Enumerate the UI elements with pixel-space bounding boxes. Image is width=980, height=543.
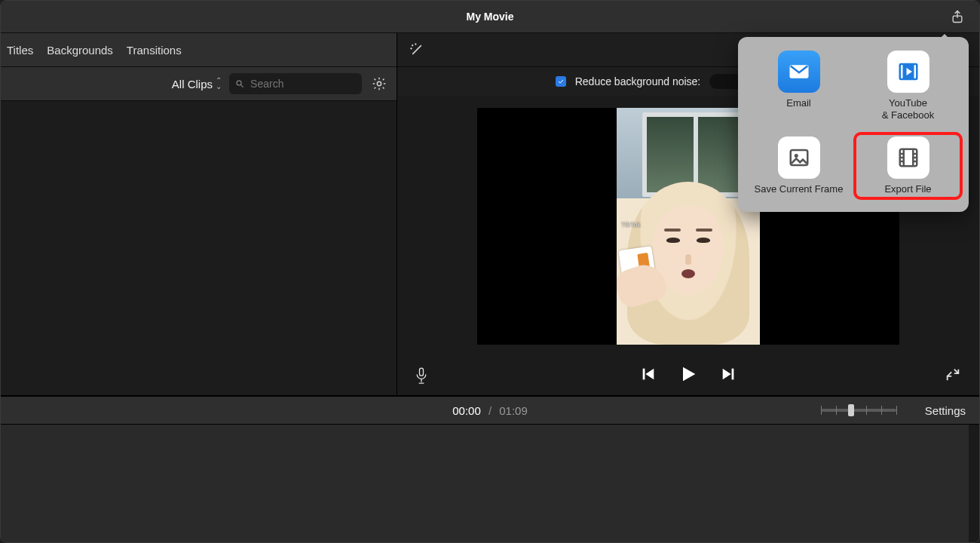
share-popover: Email YouTube& Facebook Save Current Fra… [738, 37, 969, 212]
transport-controls [640, 364, 737, 388]
tab-titles[interactable]: Titles [7, 44, 33, 57]
zoom-handle[interactable] [848, 404, 854, 416]
svg-rect-19 [643, 369, 645, 380]
share-icon [950, 9, 965, 24]
share-button[interactable] [948, 7, 967, 26]
share-email-button[interactable]: Email [746, 48, 852, 124]
enhance-wand-button[interactable] [406, 39, 427, 60]
search-icon [235, 78, 244, 89]
svg-point-6 [411, 48, 412, 50]
app-window: My Movie Titles Backgrounds Transitions … [0, 0, 980, 543]
envelope-icon [788, 60, 810, 83]
svg-line-2 [241, 85, 243, 87]
timecode-display: 00:00 / 01:09 [452, 404, 528, 417]
export-file-label: Export File [884, 183, 931, 195]
svg-point-26 [794, 154, 798, 158]
wand-icon [409, 42, 424, 57]
chevron-updown-icon: ⌃⌄ [216, 78, 222, 90]
picture-icon-box [778, 137, 820, 179]
skip-back-icon [640, 366, 657, 382]
browser-settings-button[interactable] [369, 74, 389, 94]
timeline-zoom-slider[interactable] [821, 409, 896, 412]
timeline-area[interactable] [1, 425, 979, 543]
total-duration: 01:09 [499, 404, 528, 417]
microphone-icon [414, 367, 429, 386]
tab-transitions[interactable]: Transitions [127, 44, 182, 57]
search-input[interactable] [249, 77, 356, 90]
share-youtube-label: YouTube& Facebook [882, 97, 934, 121]
share-email-label: Email [786, 97, 811, 109]
svg-rect-20 [732, 369, 734, 380]
svg-point-3 [377, 81, 381, 85]
fullscreen-button[interactable] [945, 367, 963, 385]
current-time: 00:00 [452, 404, 481, 417]
search-field[interactable] [229, 73, 362, 94]
film-icon-box [887, 137, 929, 179]
svg-rect-23 [901, 65, 903, 78]
clip-filter-label: All Clips [172, 78, 213, 90]
voiceover-button[interactable] [414, 367, 432, 385]
save-current-frame-button[interactable]: Save Current Frame [746, 133, 852, 198]
play-icon [678, 364, 699, 385]
tiktok-watermark: TikTok [621, 221, 641, 229]
film-play-icon [897, 60, 920, 83]
timeline-header: 00:00 / 01:09 Settings [1, 396, 979, 425]
play-button[interactable] [678, 364, 699, 388]
svg-point-5 [415, 44, 417, 45]
timeline-settings-button[interactable]: Settings [925, 404, 966, 417]
svg-point-1 [237, 81, 241, 85]
save-frame-label: Save Current Frame [755, 183, 844, 195]
media-browser: Titles Backgrounds Transitions All Clips… [1, 33, 397, 395]
picture-icon [788, 146, 810, 169]
playback-bar [397, 356, 979, 395]
check-icon [557, 78, 565, 85]
reduce-noise-label: Reduce background noise: [575, 75, 701, 87]
previous-button[interactable] [640, 366, 657, 385]
export-file-button[interactable]: Export File [855, 133, 961, 198]
next-button[interactable] [720, 366, 737, 385]
browser-tabs: Titles Backgrounds Transitions [1, 33, 397, 67]
expand-icon [945, 367, 961, 383]
svg-rect-18 [420, 368, 424, 376]
video-share-icon [887, 51, 929, 93]
svg-point-4 [412, 44, 413, 46]
clip-filter-dropdown[interactable]: All Clips ⌃⌄ [172, 78, 222, 90]
tab-backgrounds[interactable]: Backgrounds [47, 44, 113, 57]
browser-filter-row: All Clips ⌃⌄ [1, 67, 397, 101]
project-title: My Movie [466, 11, 513, 23]
share-youtube-facebook-button[interactable]: YouTube& Facebook [855, 48, 961, 124]
time-separator: / [488, 404, 492, 417]
gear-icon [372, 76, 387, 91]
reduce-noise-checkbox[interactable] [556, 76, 566, 87]
svg-rect-24 [914, 65, 916, 78]
titlebar: My Movie [1, 1, 979, 33]
skip-forward-icon [720, 366, 737, 382]
mail-app-icon [778, 51, 820, 93]
film-icon [897, 146, 920, 169]
browser-content [1, 101, 397, 395]
